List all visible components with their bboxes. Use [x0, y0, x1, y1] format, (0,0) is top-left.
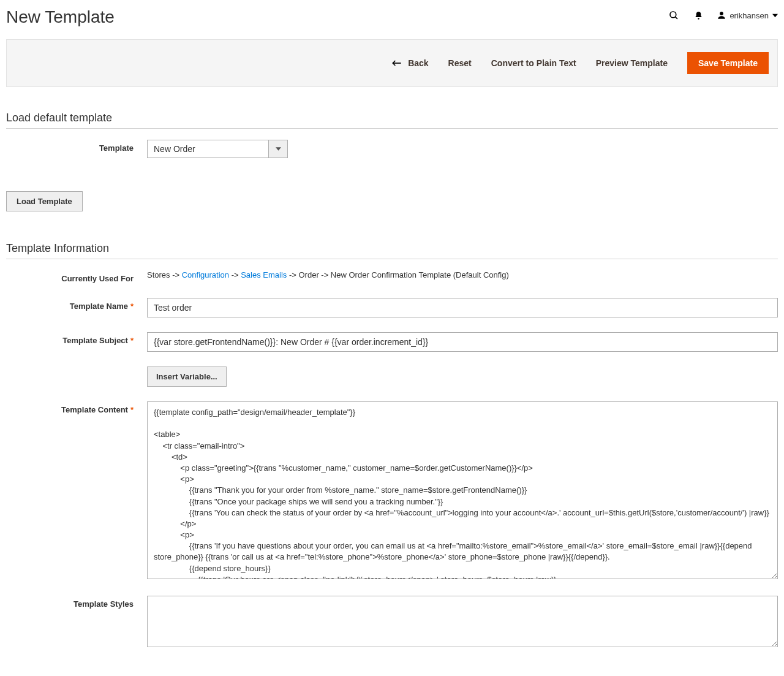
user-icon [717, 11, 726, 20]
template-styles-label: Template Styles [6, 596, 147, 609]
arrow-left-icon [392, 59, 402, 67]
template-name-label: Template Name* [6, 298, 147, 311]
template-styles-textarea[interactable] [147, 596, 778, 647]
svg-point-0 [670, 12, 676, 18]
svg-point-3 [720, 12, 723, 15]
svg-line-1 [676, 17, 678, 19]
caret-down-icon [772, 13, 778, 18]
template-subject-input[interactable] [147, 332, 778, 352]
divider [6, 128, 778, 129]
template-content-label: Template Content* [6, 401, 147, 414]
svg-point-2 [698, 18, 699, 20]
link-configuration[interactable]: Configuration [182, 270, 229, 279]
back-button[interactable]: Back [392, 58, 428, 68]
convert-button[interactable]: Convert to Plain Text [491, 58, 576, 68]
template-subject-label: Template Subject* [6, 332, 147, 345]
save-button[interactable]: Save Template [687, 52, 769, 74]
reset-button[interactable]: Reset [448, 58, 472, 68]
page-title: New Template [6, 7, 115, 27]
action-toolbar: Back Reset Convert to Plain Text Preview… [6, 39, 778, 87]
load-template-button[interactable]: Load Template [6, 191, 83, 211]
template-content-textarea[interactable] [147, 401, 778, 579]
header-actions: erikhansen [668, 7, 778, 21]
template-select-label: Template [6, 140, 147, 153]
used-for-label: Currently Used For [6, 270, 147, 283]
template-name-input[interactable] [147, 298, 778, 317]
info-section-title: Template Information [6, 242, 778, 255]
link-sales-emails[interactable]: Sales Emails [241, 270, 287, 279]
insert-variable-button[interactable]: Insert Variable... [147, 366, 227, 387]
used-for-path: Stores -> Configuration -> Sales Emails … [147, 270, 778, 279]
bell-icon[interactable] [693, 10, 704, 21]
preview-button[interactable]: Preview Template [596, 58, 668, 68]
user-menu[interactable]: erikhansen [717, 11, 778, 20]
chevron-down-icon [269, 140, 287, 158]
search-icon[interactable] [668, 10, 679, 21]
template-select[interactable]: New Order [147, 140, 288, 158]
username: erikhansen [729, 11, 769, 20]
load-section-title: Load default template [6, 112, 778, 124]
page-header: New Template erikhansen [6, 0, 778, 39]
divider [6, 259, 778, 259]
template-select-value: New Order [148, 140, 269, 158]
